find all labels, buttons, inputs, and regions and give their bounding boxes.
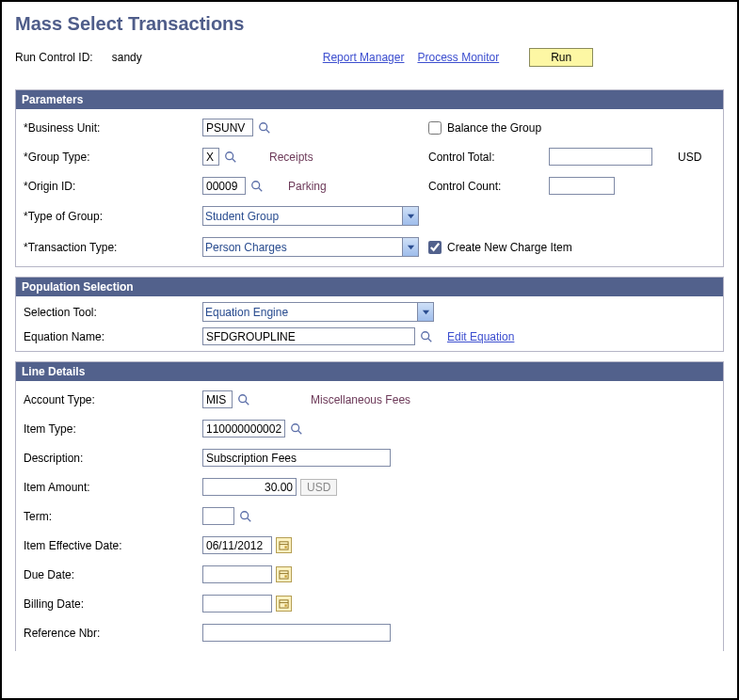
item-eff-date-input[interactable] <box>202 536 272 554</box>
item-type-label: Item Type: <box>24 422 202 436</box>
due-date-label: Due Date: <box>24 568 202 581</box>
transaction-type-select[interactable]: Person Charges <box>202 237 419 257</box>
lookup-icon[interactable] <box>223 150 237 164</box>
line-details-header: Line Details <box>16 362 723 381</box>
lookup-icon[interactable] <box>238 509 252 523</box>
due-date-input[interactable] <box>202 565 272 583</box>
origin-id-desc: Parking <box>288 180 327 193</box>
svg-line-12 <box>245 401 249 405</box>
term-input[interactable] <box>202 507 234 525</box>
svg-line-16 <box>247 517 250 521</box>
svg-line-10 <box>427 338 431 342</box>
run-control-row: Run Control ID: sandy Report Manager Pro… <box>15 48 724 67</box>
description-input[interactable] <box>202 449 391 467</box>
reference-nbr-input[interactable] <box>202 624 391 642</box>
svg-rect-25 <box>284 604 286 606</box>
create-new-charge-checkbox[interactable] <box>428 241 442 254</box>
process-monitor-link[interactable]: Process Monitor <box>417 51 499 64</box>
type-of-group-select[interactable]: Student Group <box>202 206 419 226</box>
svg-line-14 <box>297 430 301 434</box>
svg-point-13 <box>291 423 298 431</box>
group-type-input[interactable] <box>202 148 219 166</box>
svg-rect-19 <box>284 546 286 548</box>
line-details-section: Line Details Account Type: Miscellaneous… <box>15 361 724 651</box>
calendar-icon[interactable] <box>276 596 292 612</box>
item-eff-date-label: Item Effective Date: <box>24 539 202 552</box>
item-amount-input[interactable] <box>202 478 297 496</box>
create-new-charge-label: Create New Charge Item <box>447 241 572 254</box>
description-label: Description: <box>24 452 202 465</box>
equation-name-label: Equation Name: <box>24 330 202 343</box>
report-manager-link[interactable]: Report Manager <box>323 51 405 64</box>
control-total-currency: USD <box>678 151 715 164</box>
account-type-desc: Miscellaneous Fees <box>311 393 410 406</box>
lookup-icon[interactable] <box>289 422 303 436</box>
group-type-desc: Receipts <box>269 151 313 164</box>
svg-rect-23 <box>280 600 288 608</box>
selection-tool-select-wrap: Equation Engine <box>202 302 434 322</box>
business-unit-label: Business Unit: <box>24 121 202 135</box>
svg-rect-17 <box>280 542 288 549</box>
transaction-type-label: Transaction Type: <box>24 241 202 254</box>
control-count-label: Control Count: <box>428 180 541 193</box>
item-type-input[interactable] <box>202 420 285 438</box>
selection-tool-label: Selection Tool: <box>24 306 202 319</box>
svg-line-3 <box>232 158 235 162</box>
control-total-label: Control Total: <box>428 151 541 164</box>
account-type-label: Account Type: <box>24 393 202 406</box>
svg-line-1 <box>265 129 269 133</box>
lookup-icon[interactable] <box>236 392 250 406</box>
type-of-group-label: Type of Group: <box>24 210 202 223</box>
type-of-group-select-wrap: Student Group <box>202 206 419 226</box>
billing-date-label: Billing Date: <box>24 597 202 611</box>
lookup-icon[interactable] <box>249 179 264 193</box>
population-section: Population Selection Selection Tool: Equ… <box>15 277 724 352</box>
svg-point-2 <box>225 151 233 159</box>
balance-group-checkbox-row[interactable]: Balance the Group <box>428 121 715 135</box>
term-label: Term: <box>24 510 202 523</box>
reference-nbr-label: Reference Nbr: <box>24 627 202 640</box>
svg-point-4 <box>251 181 259 188</box>
selection-tool-select[interactable]: Equation Engine <box>202 302 434 322</box>
billing-date-input[interactable] <box>202 595 272 612</box>
origin-id-label: Origin ID: <box>24 180 202 193</box>
run-control-label: Run Control ID: <box>15 51 93 64</box>
lookup-icon[interactable] <box>419 329 433 343</box>
origin-id-input[interactable] <box>202 177 246 195</box>
calendar-icon[interactable] <box>276 537 292 553</box>
business-unit-input[interactable] <box>202 119 253 136</box>
svg-point-0 <box>259 122 266 130</box>
run-control-value: sandy <box>112 51 142 64</box>
control-count-input[interactable] <box>549 177 615 195</box>
transaction-type-select-wrap: Person Charges <box>202 237 419 257</box>
balance-group-checkbox[interactable] <box>428 121 442 135</box>
account-type-input[interactable] <box>202 390 233 408</box>
parameters-section: Parameters Business Unit: Balance the Gr… <box>15 89 724 267</box>
edit-equation-link[interactable]: Edit Equation <box>447 330 514 343</box>
control-total-input[interactable] <box>549 148 652 166</box>
page-title: Mass Select Transactions <box>15 13 724 35</box>
run-button[interactable]: Run <box>529 48 593 67</box>
svg-rect-22 <box>284 575 286 577</box>
equation-name-input[interactable] <box>202 327 415 345</box>
parameters-header: Parameters <box>16 90 723 109</box>
calendar-icon[interactable] <box>276 566 292 582</box>
balance-group-label: Balance the Group <box>447 121 541 135</box>
svg-point-11 <box>238 394 246 402</box>
svg-rect-20 <box>280 571 288 579</box>
svg-line-5 <box>258 187 262 191</box>
svg-point-15 <box>240 511 248 518</box>
population-header: Population Selection <box>16 278 723 296</box>
svg-point-9 <box>421 331 428 339</box>
item-amount-label: Item Amount: <box>24 481 202 494</box>
create-new-charge-row[interactable]: Create New Charge Item <box>428 241 715 254</box>
group-type-label: Group Type: <box>24 151 202 164</box>
currency-button[interactable]: USD <box>300 479 337 496</box>
lookup-icon[interactable] <box>257 120 271 135</box>
